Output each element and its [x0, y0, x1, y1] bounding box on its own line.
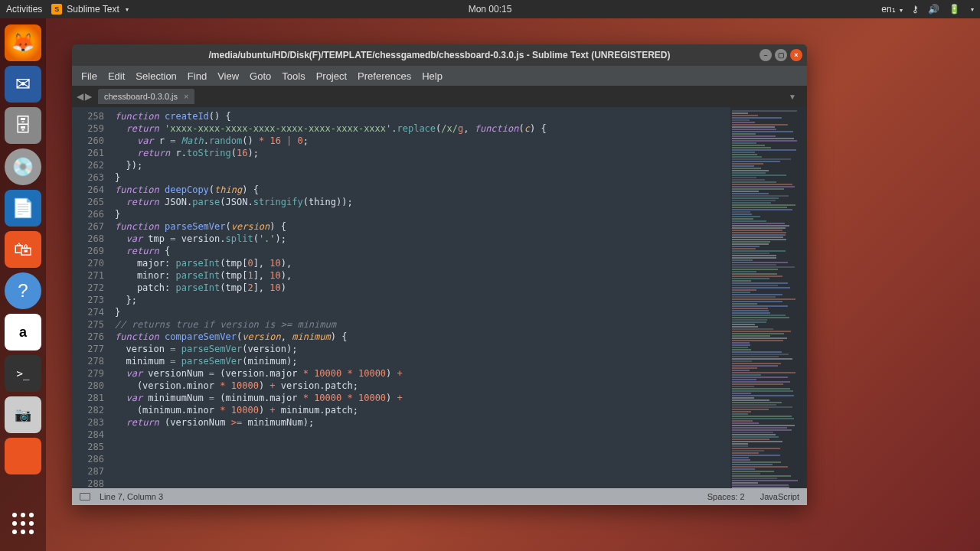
menu-file[interactable]: File: [81, 70, 97, 82]
menu-find[interactable]: Find: [188, 70, 207, 82]
editor-area[interactable]: 2582592602612622632642652662672682692702…: [72, 107, 807, 488]
chevron-down-icon: ▾: [126, 6, 129, 13]
status-cursor-position[interactable]: Line 7, Column 3: [100, 492, 163, 501]
wifi-icon[interactable]: ⚷: [912, 4, 919, 15]
tab-overflow-icon[interactable]: ▼: [782, 93, 802, 101]
launcher-screenshot[interactable]: 📷: [5, 396, 41, 433]
menu-tools[interactable]: Tools: [282, 70, 305, 82]
launcher-terminal[interactable]: >_: [5, 355, 41, 392]
menu-help[interactable]: Help: [422, 70, 443, 82]
tab-nav-back-icon[interactable]: ◀: [77, 91, 83, 102]
system-menu-chevron-icon[interactable]: ▾: [971, 6, 974, 13]
tab-bar: ◀ ▶ chessboard-0.3.0.js × ▼: [72, 86, 807, 107]
volume-icon[interactable]: 🔊: [928, 4, 939, 15]
clock[interactable]: Mon 00:15: [469, 4, 512, 15]
keyboard-layout[interactable]: en₁ ▾: [881, 4, 903, 15]
window-titlebar[interactable]: /media/ubuntu/HD/Disk(F)/TEMPLATE/chessg…: [72, 44, 807, 66]
minimap[interactable]: [730, 107, 807, 488]
launcher-help[interactable]: ?: [5, 272, 41, 309]
menu-goto[interactable]: Goto: [250, 70, 271, 82]
sublime-icon: S: [51, 4, 62, 15]
launcher-amazon[interactable]: a: [5, 314, 41, 350]
status-indentation[interactable]: Spaces: 2: [707, 492, 745, 501]
tab-nav-forward-icon[interactable]: ▶: [85, 91, 92, 102]
window-close-button[interactable]: ×: [790, 49, 802, 61]
menu-view[interactable]: View: [217, 70, 239, 82]
menu-preferences[interactable]: Preferences: [358, 70, 411, 82]
show-applications-button[interactable]: [5, 505, 41, 542]
launcher-disks[interactable]: 💿: [5, 148, 41, 185]
panel-switcher-icon[interactable]: [80, 493, 90, 500]
launcher-files[interactable]: 🗄: [5, 107, 41, 144]
menu-selection[interactable]: Selection: [136, 70, 176, 82]
window-maximize-button[interactable]: ▢: [775, 49, 787, 61]
status-syntax[interactable]: JavaScript: [760, 492, 799, 501]
line-gutter: 2582592602612622632642652662672682692702…: [72, 107, 110, 488]
launcher-dock: 🦊 ✉ 🗄 💿 📄 🛍 ? a >_ 📷: [0, 18, 46, 551]
window-title: /media/ubuntu/HD/Disk(F)/TEMPLATE/chessg…: [209, 50, 671, 60]
launcher-writer[interactable]: 📄: [5, 190, 41, 227]
sublime-window: /media/ubuntu/HD/Disk(F)/TEMPLATE/chessg…: [72, 44, 807, 505]
window-minimize-button[interactable]: –: [760, 49, 772, 61]
tab-label: chessboard-0.3.0.js: [104, 92, 178, 101]
app-menu[interactable]: S Sublime Text ▾: [51, 4, 128, 15]
top-panel: Activities S Sublime Text ▾ Mon 00:15 en…: [0, 0, 980, 18]
launcher-firefox[interactable]: 🦊: [5, 24, 41, 61]
status-bar: Line 7, Column 3 Spaces: 2 JavaScript: [72, 488, 807, 505]
menu-edit[interactable]: Edit: [108, 70, 125, 82]
launcher-software[interactable]: 🛍: [5, 231, 41, 268]
menubar: File Edit Selection Find View Goto Tools…: [72, 66, 807, 86]
launcher-item[interactable]: [5, 438, 41, 474]
activities-button[interactable]: Activities: [6, 4, 42, 15]
launcher-thunderbird[interactable]: ✉: [5, 66, 41, 103]
tab-close-icon[interactable]: ×: [184, 92, 188, 101]
file-tab[interactable]: chessboard-0.3.0.js ×: [98, 89, 194, 104]
code-content[interactable]: function createId() { return 'xxxx-xxxx-…: [110, 107, 730, 488]
battery-icon[interactable]: 🔋: [949, 4, 960, 15]
menu-project[interactable]: Project: [316, 70, 347, 82]
